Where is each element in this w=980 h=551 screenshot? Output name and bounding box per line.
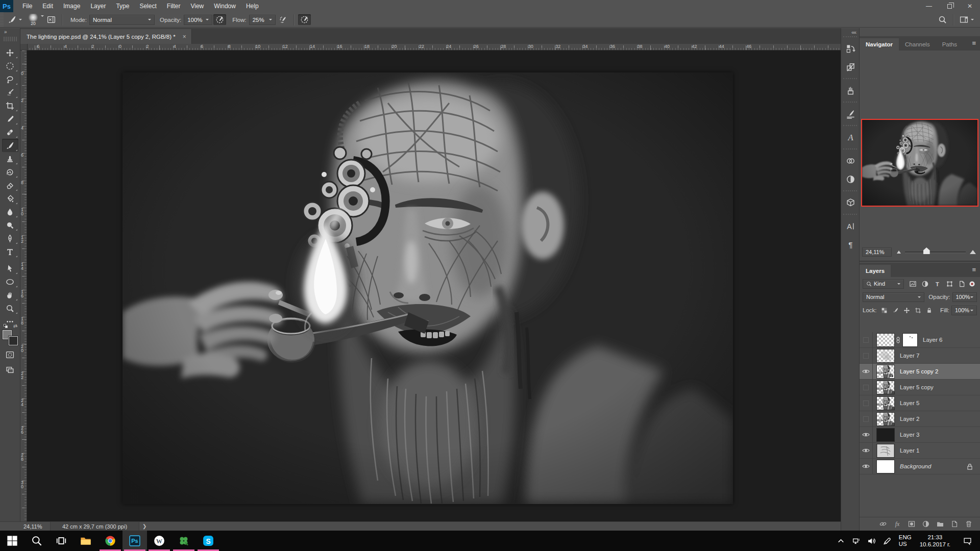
- flow-select[interactable]: 25%: [249, 15, 276, 25]
- lock-all-button[interactable]: [924, 306, 934, 315]
- toolbar-header[interactable]: »: [0, 28, 20, 44]
- tool-type[interactable]: [2, 245, 18, 258]
- menu-file[interactable]: File: [17, 0, 37, 12]
- collapsed-panel-history[interactable]: [843, 39, 858, 58]
- tool-shape[interactable]: [2, 275, 18, 288]
- tool-path-select[interactable]: [2, 262, 18, 275]
- filter-toggle-button[interactable]: [967, 279, 977, 289]
- layer-row[interactable]: Layer 6: [860, 332, 980, 348]
- menu-select[interactable]: Select: [134, 0, 161, 12]
- status-zoom-field[interactable]: 24,11%: [23, 523, 50, 530]
- tool-lasso[interactable]: [2, 72, 18, 86]
- panel-menu-icon[interactable]: ≡: [972, 39, 976, 47]
- layer-opacity-select[interactable]: 100%: [952, 292, 977, 302]
- toggle-brush-panel-button[interactable]: [45, 14, 58, 25]
- layer-row[interactable]: Layer 5 copy 2: [860, 364, 980, 380]
- collapsed-panel-brush-settings[interactable]: [843, 105, 858, 123]
- menu-window[interactable]: Window: [209, 0, 241, 12]
- tool-healing-brush[interactable]: [2, 126, 18, 139]
- layer-thumbnail[interactable]: [876, 396, 895, 410]
- visibility-toggle[interactable]: [860, 459, 873, 474]
- brush-preset-picker[interactable]: 20: [28, 14, 44, 26]
- visibility-toggle[interactable]: [860, 411, 873, 427]
- taskbar-search[interactable]: [24, 531, 49, 551]
- zoom-slider[interactable]: [905, 252, 966, 253]
- menu-filter[interactable]: Filter: [162, 0, 186, 12]
- collapsed-panel-paragraph[interactable]: [843, 235, 858, 254]
- visibility-toggle[interactable]: [860, 364, 873, 379]
- filter-image-button[interactable]: [907, 279, 918, 289]
- default-colors-icon[interactable]: [4, 324, 8, 329]
- panel-menu-icon[interactable]: ≡: [972, 266, 976, 273]
- layer-row[interactable]: Layer 3: [860, 427, 980, 443]
- layer-thumbnail[interactable]: [876, 381, 895, 394]
- pen-tray-icon[interactable]: [879, 531, 895, 551]
- search-button[interactable]: [936, 14, 949, 25]
- layer-mask-thumbnail[interactable]: [902, 333, 918, 347]
- layer-name[interactable]: Layer 7: [900, 353, 919, 359]
- menu-type[interactable]: Type: [111, 0, 134, 12]
- layer-name[interactable]: Layer 5 copy: [900, 384, 934, 390]
- pressure-opacity-button[interactable]: [213, 14, 226, 25]
- tool-preset-button[interactable]: [6, 14, 24, 25]
- document-tab[interactable]: The lighting pipe.psd @ 24,1% (Layer 5 c…: [20, 29, 192, 44]
- layer-name[interactable]: Layer 3: [900, 432, 919, 438]
- tool-move[interactable]: [2, 46, 18, 59]
- swap-colors-icon[interactable]: ⇄: [13, 323, 17, 329]
- menu-edit[interactable]: Edit: [37, 0, 58, 12]
- delete-button[interactable]: [962, 518, 976, 530]
- tab-paths[interactable]: Paths: [936, 38, 963, 51]
- taskbar-wattpad[interactable]: [147, 531, 172, 551]
- visibility-toggle[interactable]: [860, 348, 873, 363]
- minimize-button[interactable]: —: [919, 0, 939, 12]
- link-button[interactable]: [876, 518, 890, 530]
- zoom-out-icon[interactable]: [897, 251, 901, 254]
- opacity-select[interactable]: 100%: [184, 15, 212, 25]
- layer-thumbnail[interactable]: [876, 428, 895, 442]
- visibility-toggle[interactable]: [860, 332, 873, 347]
- new-layer-button[interactable]: [947, 518, 962, 530]
- tool-gradient[interactable]: [2, 192, 18, 205]
- tool-blur[interactable]: [2, 205, 18, 218]
- tool-zoom[interactable]: [2, 302, 18, 315]
- layer-thumbnail[interactable]: [876, 412, 895, 426]
- navigator-proxy-view[interactable]: [861, 119, 978, 207]
- document-canvas[interactable]: [122, 72, 733, 504]
- tool-hand[interactable]: [2, 288, 18, 302]
- filter-type-button[interactable]: [932, 279, 943, 289]
- background-color-swatch[interactable]: [9, 336, 18, 345]
- visibility-toggle[interactable]: [860, 380, 873, 395]
- tool-marquee[interactable]: [2, 59, 18, 72]
- layer-name[interactable]: Layer 1: [900, 447, 919, 454]
- close-button[interactable]: ✕: [960, 0, 980, 12]
- layer-row[interactable]: Layer 5 copy: [860, 380, 980, 395]
- collapsed-panel-libraries[interactable]: [843, 152, 858, 170]
- tool-eyedropper[interactable]: [2, 112, 18, 126]
- layer-name[interactable]: Layer 5: [900, 400, 919, 406]
- tool-crop[interactable]: [2, 99, 18, 112]
- layer-thumbnail[interactable]: [876, 460, 895, 473]
- taskbar-chrome[interactable]: [98, 531, 122, 551]
- visibility-toggle[interactable]: [860, 395, 873, 411]
- close-tab-icon[interactable]: ×: [183, 33, 186, 40]
- workspace-button[interactable]: [958, 14, 976, 25]
- taskbar-skype[interactable]: [196, 531, 220, 551]
- collapsed-panel-character[interactable]: [843, 217, 858, 235]
- taskbar-start[interactable]: [0, 531, 24, 551]
- layer-name[interactable]: Layer 2: [900, 416, 919, 422]
- tool-brush[interactable]: [2, 139, 18, 152]
- filter-smart-object-button[interactable]: [956, 279, 967, 289]
- layer-name[interactable]: Layer 5 copy 2: [900, 368, 938, 374]
- lock-pixels-button[interactable]: [891, 306, 900, 315]
- layer-thumbnail[interactable]: [876, 365, 895, 379]
- tab-layers[interactable]: Layers: [860, 265, 891, 277]
- collapsed-panel-glyphs[interactable]: [843, 128, 858, 146]
- clock[interactable]: 21:33 10.6.2017 г.: [916, 534, 954, 548]
- layer-row[interactable]: Background: [860, 459, 980, 474]
- zoom-in-icon[interactable]: [970, 250, 976, 254]
- lock-artboard-button[interactable]: [913, 306, 923, 315]
- taskbar-clover[interactable]: [172, 531, 196, 551]
- lock-position-button[interactable]: [902, 306, 912, 315]
- airbrush-button[interactable]: [277, 14, 289, 25]
- taskbar-photoshop[interactable]: [122, 531, 147, 551]
